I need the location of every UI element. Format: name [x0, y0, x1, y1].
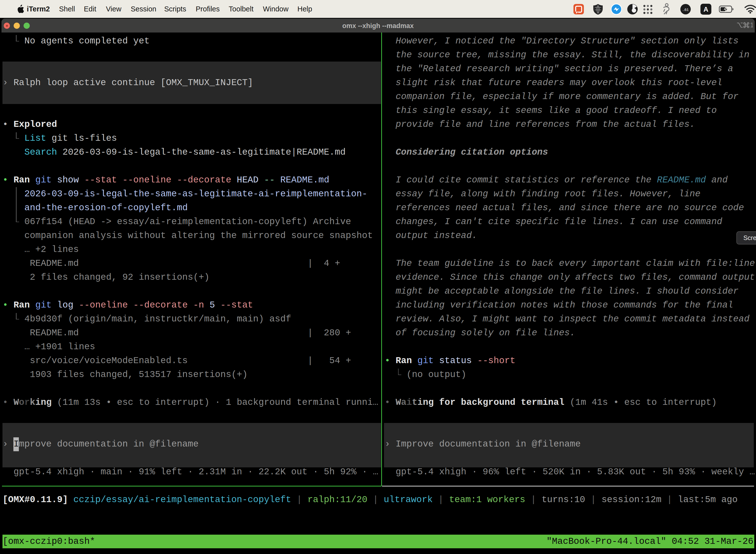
- svg-text:..61: ..61: [682, 7, 689, 12]
- svg-text:1: 1: [750, 22, 753, 28]
- svg-text:A: A: [703, 6, 708, 13]
